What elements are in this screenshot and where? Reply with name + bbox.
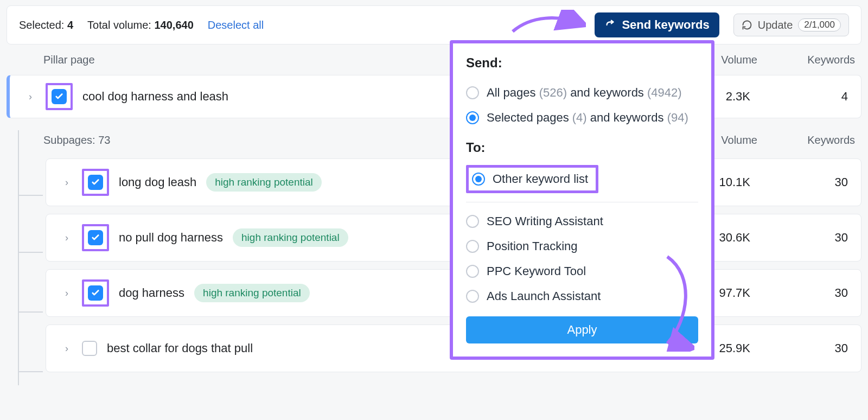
radio-all-pages[interactable]: All pages (526) and keywords (4942)	[466, 80, 698, 105]
tool-option-label: PPC Keyword Tool	[487, 264, 586, 278]
radio-icon	[466, 290, 479, 303]
subpage-keywords: 30	[750, 231, 848, 245]
row-checkbox[interactable]	[88, 175, 103, 190]
refresh-icon	[742, 20, 752, 30]
subpage-title: long dog leash	[119, 175, 196, 189]
check-icon	[54, 92, 64, 101]
total-volume: Total volume: 140,640	[87, 19, 194, 31]
deselect-all-link[interactable]: Deselect all	[208, 19, 264, 31]
radio-other-keyword-list-highlight: Other keyword list	[466, 165, 598, 193]
row-checkbox[interactable]	[82, 341, 97, 356]
row-checkbox-highlight	[82, 279, 109, 307]
send-heading: Send:	[466, 55, 698, 71]
pillar-title: cool dog harness and leash	[82, 90, 228, 104]
subpage-title: best collar for dogs that pull	[107, 341, 253, 355]
tool-option-label: Position Tracking	[487, 239, 578, 253]
check-icon	[91, 288, 100, 298]
ranking-potential-badge: high ranking potential	[194, 284, 310, 302]
subpage-keywords: 30	[750, 341, 848, 355]
send-keywords-popover: Send: All pages (526) and keywords (4942…	[450, 40, 714, 360]
summary-bar: Selected: 4 Total volume: 140,640 Desele…	[7, 5, 861, 44]
pillar-row[interactable]: › cool dog harness and leash 2.3K 4	[7, 75, 861, 118]
radio-icon	[466, 215, 479, 228]
expand-toggle-icon[interactable]: ›	[61, 232, 72, 244]
radio-icon	[466, 86, 479, 99]
subpage-title: dog harness	[119, 286, 184, 300]
update-count-pill: 2/1,000	[798, 18, 841, 31]
pillar-keywords: 4	[750, 90, 848, 104]
expand-toggle-icon[interactable]: ›	[61, 288, 72, 299]
selected-count: Selected: 4	[19, 19, 73, 31]
keywords-column-label: Keywords	[757, 54, 855, 66]
radio-icon	[472, 173, 485, 186]
pillar-columns-header: Pillar page Volume Keywords	[0, 44, 868, 75]
radio-icon	[466, 111, 479, 124]
row-checkbox-highlight	[82, 224, 109, 251]
expand-toggle-icon[interactable]: ›	[61, 343, 72, 354]
subpage-keywords: 30	[750, 286, 848, 300]
apply-button[interactable]: Apply	[466, 316, 698, 343]
radio-tool-option[interactable]: Position Tracking	[466, 234, 698, 259]
send-arrow-icon	[604, 19, 616, 31]
ranking-potential-badge: high ranking potential	[206, 173, 322, 192]
to-heading: To:	[466, 140, 698, 155]
radio-other-keyword-list[interactable]: Other keyword list	[470, 169, 590, 189]
subpages-header: Subpages: 73 Volume Keywords	[0, 125, 868, 155]
tool-option-label: Ads Launch Assistant	[487, 289, 601, 303]
divider	[466, 202, 698, 202]
radio-selected-pages[interactable]: Selected pages (4) and keywords (94)	[466, 105, 698, 130]
subpage-keywords: 30	[750, 175, 848, 189]
radio-icon	[466, 240, 479, 253]
radio-tool-option[interactable]: SEO Writing Assistant	[466, 209, 698, 234]
tool-option-label: SEO Writing Assistant	[487, 214, 603, 228]
check-icon	[91, 233, 100, 243]
expand-toggle-icon[interactable]: ›	[61, 177, 72, 188]
check-icon	[91, 177, 100, 187]
row-checkbox[interactable]	[88, 230, 103, 245]
radio-tool-option[interactable]: PPC Keyword Tool	[466, 259, 698, 284]
radio-tool-option[interactable]: Ads Launch Assistant	[466, 284, 698, 309]
expand-toggle-icon[interactable]: ›	[25, 91, 36, 103]
update-button[interactable]: Update 2/1,000	[733, 14, 849, 36]
subpage-title: no pull dog harness	[119, 231, 223, 245]
ranking-potential-badge: high ranking potential	[233, 228, 348, 247]
row-checkbox-highlight	[82, 169, 109, 196]
row-checkbox[interactable]	[52, 89, 67, 104]
row-checkbox-highlight	[46, 83, 73, 110]
send-keywords-button[interactable]: Send keywords	[595, 12, 719, 37]
radio-icon	[466, 265, 479, 278]
row-checkbox[interactable]	[88, 285, 103, 301]
